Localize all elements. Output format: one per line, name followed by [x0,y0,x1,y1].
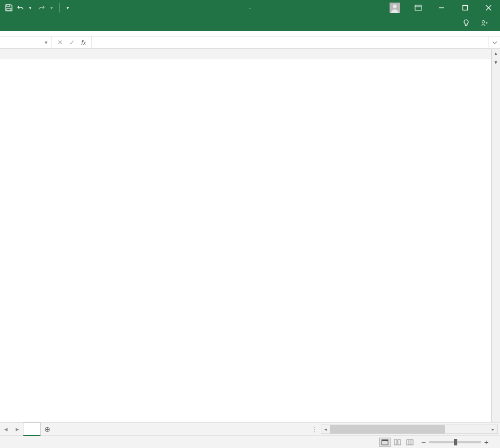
maximize-button[interactable] [453,0,477,16]
svg-rect-12 [398,440,401,445]
save-icon[interactable] [4,3,14,12]
svg-point-8 [482,20,485,23]
share[interactable] [481,19,491,28]
svg-rect-11 [394,440,397,445]
window-title: - [247,4,253,11]
account-area[interactable] [386,3,400,13]
sheet-tab-active[interactable] [23,423,41,436]
spreadsheet-grid[interactable]: ▲ ▼ [0,49,500,422]
formula-input[interactable] [92,36,489,48]
zoom-out-button[interactable]: − [421,438,426,446]
split-handle-icon[interactable]: ⋮ [311,425,318,433]
undo-dropdown-icon[interactable]: ▾ [26,3,35,12]
svg-rect-10 [382,440,388,441]
avatar-icon [390,3,400,13]
enter-icon[interactable]: ✓ [69,39,75,46]
redo-icon[interactable] [37,3,46,12]
page-layout-view-button[interactable] [392,438,403,447]
normal-view-button[interactable] [379,438,391,447]
add-sheet-button[interactable]: ⊕ [41,425,54,433]
scroll-up-icon[interactable]: ▲ [492,49,500,58]
ribbon-options-icon[interactable] [406,0,430,16]
name-box[interactable]: ▼ [0,36,52,48]
tell-me[interactable] [463,19,472,28]
fx-icon[interactable]: fx [81,39,86,46]
cancel-icon[interactable]: ✕ [57,39,63,46]
title-bar: ▾ ▾ ▾ - [0,0,500,16]
ribbon-tabs [0,16,500,31]
zoom-in-button[interactable]: + [484,438,489,446]
horizontal-scrollbar[interactable]: ◂ ▸ [321,425,498,434]
vertical-scrollbar[interactable]: ▲ ▼ [491,49,500,422]
close-button[interactable] [477,0,500,16]
svg-rect-7 [463,6,467,10]
svg-point-3 [393,5,397,8]
svg-rect-4 [415,5,421,10]
scroll-down-icon[interactable]: ▼ [492,58,500,67]
minimize-button[interactable] [430,0,453,16]
scroll-left-icon[interactable]: ◂ [321,427,330,432]
name-box-dropdown-icon[interactable]: ▼ [44,40,48,45]
expand-formula-icon[interactable] [489,36,500,48]
sheet-nav-prev-icon[interactable]: ◂ [0,425,11,433]
svg-rect-1 [7,8,11,10]
zoom-slider[interactable] [429,441,481,443]
lightbulb-icon [463,19,470,28]
redo-dropdown-icon[interactable]: ▾ [47,3,56,12]
sheet-nav-next-icon[interactable]: ▸ [11,425,23,433]
status-bar: − + [0,436,500,448]
qat-customize-icon[interactable]: ▾ [63,3,72,12]
svg-rect-0 [7,5,10,7]
zoom-control[interactable]: − + [421,438,496,446]
sheet-tab-bar: ◂ ▸ ⊕ ⋮ ◂ ▸ [0,422,500,436]
undo-icon[interactable] [16,3,25,12]
formula-bar: ▼ ✕ ✓ fx [0,36,500,49]
svg-rect-13 [407,440,413,445]
scroll-right-icon[interactable]: ▸ [489,427,497,432]
page-break-view-button[interactable] [404,438,416,447]
quick-access-toolbar: ▾ ▾ ▾ [0,0,72,16]
share-icon [481,19,488,28]
